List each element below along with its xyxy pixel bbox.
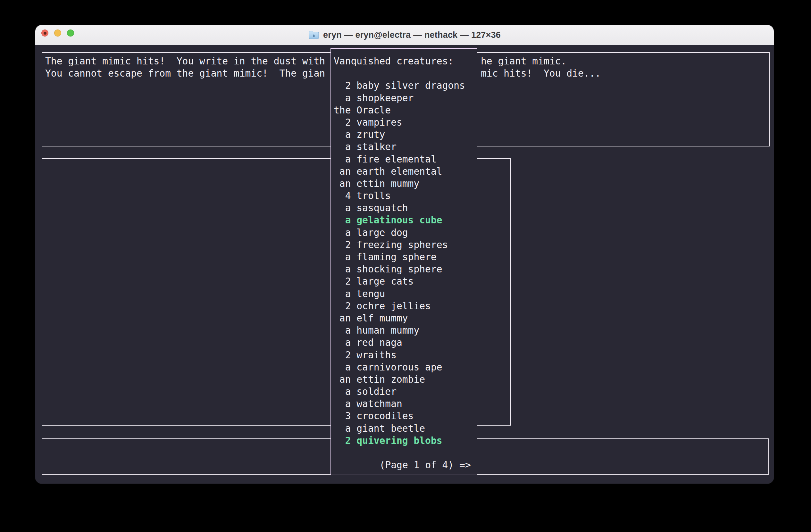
menu-item: a tengu xyxy=(334,288,477,300)
close-dot-icon xyxy=(44,32,46,35)
menu-item: a stalker xyxy=(334,141,477,153)
window-title: eryn — eryn@electra — nethack — 127×36 xyxy=(323,30,501,40)
terminal-window: eryn — eryn@electra — nethack — 127×36 T… xyxy=(35,25,774,484)
menu-item: 4 trolls xyxy=(334,190,477,202)
menu-item: 3 crocodiles xyxy=(334,410,477,422)
menu-item: an ettin mummy xyxy=(334,177,477,190)
menu-item: a gelatinous cube xyxy=(334,214,477,226)
window-controls xyxy=(41,30,74,36)
menu-item: 2 wraiths xyxy=(334,349,477,361)
blank-line xyxy=(334,447,477,459)
menu-item: a watchman xyxy=(334,398,477,410)
message-line: The giant mimic hits! You write in the d… xyxy=(45,55,325,67)
menu-item: an elf mummy xyxy=(334,312,477,324)
terminal-screen[interactable]: The giant mimic hits! You write in the d… xyxy=(35,45,774,484)
menu-item: a large dog xyxy=(334,226,477,239)
menu-item: 2 vampires xyxy=(334,116,477,128)
menu-item: a shocking sphere xyxy=(334,263,477,275)
menu-item: a shopkeeper xyxy=(334,92,477,104)
menu-item: 2 quivering blobs xyxy=(334,435,477,447)
message-line-continuation: he giant mimic. xyxy=(481,55,566,67)
menu-item: 2 freezing spheres xyxy=(334,239,477,251)
menu-item: a red naga xyxy=(334,337,477,349)
menu-item: a giant beetle xyxy=(334,422,477,435)
menu-item: a sasquatch xyxy=(334,202,477,214)
message-line-continuation: mic hits! You die... xyxy=(481,67,601,79)
menu-title: Vanquished creatures: xyxy=(334,55,477,67)
menu-item: a zruty xyxy=(334,128,477,141)
menu-item: an ettin zombie xyxy=(334,373,477,386)
menu-content: Vanquished creatures: 2 baby silver drag… xyxy=(331,49,477,475)
window-titlebar[interactable]: eryn — eryn@electra — nethack — 127×36 xyxy=(35,25,774,45)
menu-item: a human mummy xyxy=(334,324,477,337)
menu-item: 2 baby silver dragons xyxy=(334,79,477,92)
menu-item: a fire elemental xyxy=(334,153,477,166)
terminal-proxy-icon xyxy=(308,30,319,40)
vanquished-creatures-menu: Vanquished creatures: 2 baby silver drag… xyxy=(331,48,477,475)
minimize-button[interactable] xyxy=(54,30,61,36)
zoom-button[interactable] xyxy=(67,30,74,36)
message-line: You cannot escape from the giant mimic! … xyxy=(45,67,325,79)
menu-item: 2 large cats xyxy=(334,275,477,287)
menu-item: a soldier xyxy=(334,386,477,398)
page-indicator: (Page 1 of 4) => xyxy=(334,459,477,471)
menu-item: 2 ochre jellies xyxy=(334,300,477,312)
close-button[interactable] xyxy=(41,30,48,36)
menu-item: a carnivorous ape xyxy=(334,361,477,373)
menu-item: the Oracle xyxy=(334,104,477,116)
menu-item: an earth elemental xyxy=(334,166,477,177)
menu-items: 2 baby silver dragons a shopkeeperthe Or… xyxy=(334,79,477,447)
window-title-group: eryn — eryn@electra — nethack — 127×36 xyxy=(308,30,501,40)
blank-line xyxy=(334,67,477,79)
menu-item: a flaming sphere xyxy=(334,251,477,263)
